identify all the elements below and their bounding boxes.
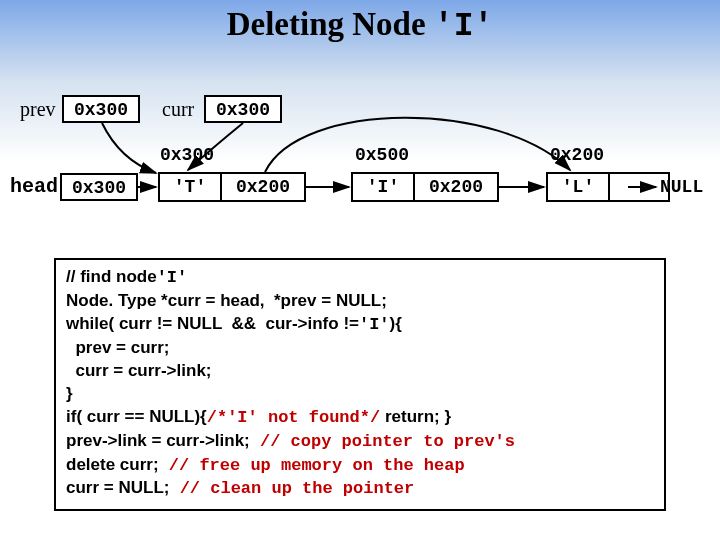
title-text: Deleting Node	[227, 6, 426, 42]
code-box: // find node'I' Node. Type *curr = head,…	[54, 258, 666, 511]
code-l8: prev->link = curr->link; // copy pointer…	[66, 430, 654, 454]
label-prev: prev	[20, 98, 56, 121]
page-title: Deleting Node 'I'	[0, 0, 720, 45]
prev-box: 0x300	[62, 95, 140, 123]
title-code: 'I'	[434, 8, 493, 45]
node-2-link: 0x200	[413, 172, 499, 202]
diagram-stage: prev 0x300 curr 0x300 0x300 0x500 0x200 …	[0, 45, 720, 245]
node-1: 'T' 0x200	[158, 172, 306, 202]
addr-node3: 0x200	[550, 145, 604, 165]
code-l4: prev = curr;	[66, 337, 654, 360]
code-l7: if( curr == NULL){/*'I' not found*/ retu…	[66, 406, 654, 430]
node-1-link: 0x200	[220, 172, 306, 202]
addr-node1: 0x300	[160, 145, 214, 165]
code-l6: }	[66, 383, 654, 406]
node-3: 'L'	[546, 172, 670, 202]
code-l5: curr = curr->link;	[66, 360, 654, 383]
code-l1: // find node'I'	[66, 266, 654, 290]
null-label: NULL	[660, 177, 703, 197]
code-l10: curr = NULL; // clean up the pointer	[66, 477, 654, 501]
node-1-info: 'T'	[158, 172, 220, 202]
code-l3: while( curr != NULL && cur->info !='I'){	[66, 313, 654, 337]
code-l2: Node. Type *curr = head, *prev = NULL;	[66, 290, 654, 313]
addr-node2: 0x500	[355, 145, 409, 165]
node-2: 'I' 0x200	[351, 172, 499, 202]
label-curr: curr	[162, 98, 194, 121]
head-box: 0x300	[60, 173, 138, 201]
label-head: head	[10, 175, 58, 198]
curr-box: 0x300	[204, 95, 282, 123]
code-l9: delete curr; // free up memory on the he…	[66, 454, 654, 478]
node-2-info: 'I'	[351, 172, 413, 202]
node-3-info: 'L'	[546, 172, 608, 202]
